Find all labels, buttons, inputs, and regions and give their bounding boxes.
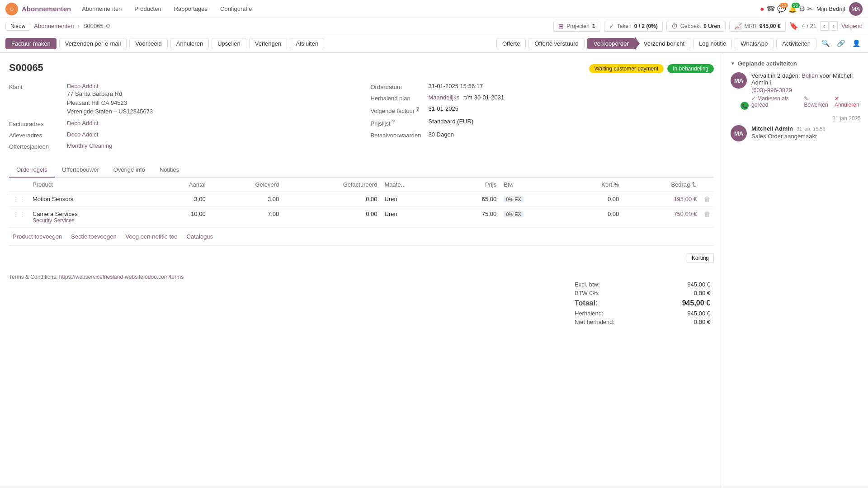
annuleren-link[interactable]: ✕ Annuleren — [835, 95, 861, 108]
verzend-bericht-button[interactable]: Verzend bericht — [638, 38, 690, 49]
tab-offertebouwer[interactable]: Offertebouwer — [55, 163, 106, 178]
herhalend-row: Herhalend: 945,00 € — [575, 309, 710, 318]
niet-herhalend-row: Niet herhalend: 0.00 € — [575, 318, 710, 326]
afsluiten-button[interactable]: Afsluiten — [290, 38, 324, 49]
aantal-cell-1[interactable]: 3,00 — [153, 192, 209, 206]
catalogus-link[interactable]: Catalogus — [187, 233, 213, 240]
bedrag-link-1[interactable]: 195,00 € — [674, 196, 697, 202]
verkooporder-status-button[interactable]: Verkooporder — [587, 38, 635, 49]
offerte-verstuurd-status-button[interactable]: Offerte verstuurd — [528, 38, 584, 49]
activity-item: MA 📞 Vervalt in 2 dagen: Bellen voor Mit… — [731, 72, 861, 108]
stat-geboekt[interactable]: ⏱ Geboekt 0 Uren — [666, 21, 726, 32]
chat-icon-wrapper[interactable]: 💬 10 — [777, 5, 786, 13]
nav-rapportages[interactable]: Rapportages — [172, 5, 209, 12]
drag-handle-1[interactable]: ⋮⋮ — [13, 196, 25, 203]
delete-row-1-button[interactable]: 🗑 — [704, 196, 710, 203]
prijslijst-help[interactable]: ? — [392, 119, 395, 124]
prev-record-button[interactable]: ‹ — [820, 21, 828, 31]
bookmark-icon[interactable]: 🔖 — [789, 22, 798, 30]
stat-taken[interactable]: ✓ Taken 0 / 2 (0%) — [604, 21, 663, 32]
markeren-link[interactable]: ✓ Markeren als gereed — [751, 95, 799, 108]
tab-orderregels[interactable]: Orderregels — [9, 163, 55, 178]
tab-overige-info[interactable]: Overige info — [106, 163, 152, 178]
notitie-toevoegen-link[interactable]: Voeg een notitie toe — [126, 233, 178, 240]
col-geleverd: Geleverd — [209, 178, 283, 192]
tab-notities[interactable]: Notities — [152, 163, 186, 178]
factuur-maken-button[interactable]: Factuur maken — [5, 38, 57, 49]
klant-link[interactable]: Deco Addict — [67, 83, 98, 89]
volgend-button[interactable]: Volgend — [841, 23, 863, 29]
afleveradres-value: Deco Addict — [67, 131, 344, 138]
korting-button[interactable]: Korting — [687, 253, 714, 263]
record-count: 4 / 21 — [802, 23, 817, 29]
delete-row-2-button[interactable]: 🗑 — [704, 211, 710, 218]
info-icon[interactable]: ℹ — [769, 79, 772, 86]
volgende-factuur-value: 31-01-2025 — [429, 105, 714, 112]
nav-producten[interactable]: Producten — [132, 5, 163, 12]
user-avatar[interactable]: MA — [849, 2, 863, 16]
activity-action[interactable]: Bellen — [802, 72, 818, 79]
bedrag-sort-icon[interactable]: ⇅ — [692, 181, 697, 188]
verlengen-button[interactable]: Verlengen — [249, 38, 288, 49]
herhalend-plan-link[interactable]: Maandelijks — [429, 94, 460, 101]
notif-icon-wrapper[interactable]: 🔔 35 — [788, 5, 797, 13]
volgende-factuur-help[interactable]: ? — [416, 106, 419, 112]
btw-badge-2[interactable]: 0% EX — [504, 211, 524, 217]
product-name-2[interactable]: Camera Services — [33, 211, 149, 217]
bedrag-link-2[interactable]: 750,00 € — [674, 211, 697, 217]
drag-handle-2[interactable]: ⋮⋮ — [13, 211, 25, 218]
betaalvw-row: Betaalvoorwaarden 30 Dagen — [371, 131, 714, 139]
activiteiten-button[interactable]: Activiteiten — [776, 38, 816, 49]
tools-icon[interactable]: ✂ — [807, 5, 813, 13]
voorbeeld-button[interactable]: Voorbeeld — [129, 38, 168, 49]
kort-cell-1[interactable]: 0,00 — [564, 192, 623, 206]
prijs-cell-1[interactable]: 65,00 — [448, 192, 500, 206]
breadcrumb-parent[interactable]: Abonnementen — [34, 23, 74, 29]
next-record-button[interactable]: › — [830, 21, 838, 31]
factuuradres-link[interactable]: Deco Addict — [67, 120, 98, 127]
nav-abonnementen[interactable]: Abonnementen — [80, 5, 123, 12]
kort-cell-2[interactable]: 0,00 — [564, 206, 623, 227]
gefactureerd-cell-2: 0,00 — [283, 206, 381, 227]
bewerken-link[interactable]: ✎ Bewerken — [804, 95, 830, 108]
klant-label: Klant — [9, 83, 63, 90]
sectie-toevoegen-link[interactable]: Sectie toevoegen — [71, 233, 116, 240]
offerte-status-button[interactable]: Offerte — [496, 38, 526, 49]
activity-actions: ✓ Markeren als gereed ✎ Bewerken ✕ Annul… — [751, 95, 861, 108]
annuleren-button[interactable]: Annuleren — [170, 38, 209, 49]
activity-phone[interactable]: (603)-996-3829 — [751, 87, 861, 94]
breadcrumb-bar: Nieuw Abonnementen › S00065 ⚙ ⊞ Projecte… — [0, 18, 868, 34]
stat-mrr[interactable]: 📈 MRR 945,00 € — [729, 21, 786, 32]
gear-icon[interactable]: ⚙ — [105, 23, 111, 29]
link-icon[interactable]: 🔗 — [835, 37, 847, 50]
offertesjabloon-link[interactable]: Monthly Cleaning — [67, 142, 112, 149]
message-author: Mitchell Admin — [751, 125, 793, 132]
delete-cell-1: 🗑 — [700, 192, 714, 206]
activity-avatar: MA — [731, 72, 747, 89]
btw-badge-1[interactable]: 0% EX — [504, 196, 524, 202]
users-icon[interactable]: 👤 — [850, 37, 863, 50]
prijs-cell-2[interactable]: 75,00 — [448, 206, 500, 227]
status-red-icon: ● — [760, 5, 764, 13]
log-notitie-button[interactable]: Log notitie — [693, 38, 732, 49]
orderdatum-value: 31-01-2025 15:56:17 — [429, 83, 714, 89]
app-name[interactable]: Abonnementen — [22, 5, 71, 13]
verzenden-email-button[interactable]: Verzenden per e-mail — [59, 38, 127, 49]
whatsapp-button[interactable]: WhatsApp — [735, 38, 774, 49]
new-button[interactable]: Nieuw — [5, 22, 30, 31]
phone-icon[interactable]: ☎ — [766, 5, 775, 13]
herhalend-plan-value: Maandelijks t/m 30-01-2031 — [429, 94, 714, 101]
settings-icon[interactable]: ⚙ — [799, 5, 805, 13]
form-left-column: Klant Deco Addict 77 Santa Barbara Rd Pl… — [9, 83, 362, 154]
search-icon[interactable]: 🔍 — [819, 37, 832, 50]
aantal-cell-2[interactable]: 10,00 — [153, 206, 209, 227]
product-name-1[interactable]: Motion Sensors — [33, 196, 73, 202]
nav-configuratie[interactable]: Configuratie — [218, 5, 254, 12]
stat-projects[interactable]: ⊞ Projecten 1 — [553, 21, 600, 32]
terms-link[interactable]: https://webservicefriesland-website.odoo… — [59, 274, 184, 280]
afleveradres-link[interactable]: Deco Addict — [67, 131, 98, 138]
company-name[interactable]: Mijn Bedrijf — [816, 5, 845, 12]
product-toevoegen-link[interactable]: Product toevoegen — [13, 233, 62, 240]
herhalend-plan-label: Herhalend plan — [371, 94, 425, 102]
upsellen-button[interactable]: Upsellen — [212, 38, 246, 49]
